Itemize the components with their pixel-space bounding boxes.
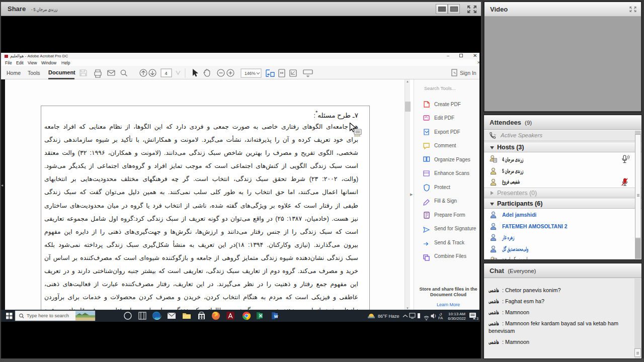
- svg-text:W: W: [274, 314, 278, 319]
- svg-text:86°F Haze: 86°F Haze: [378, 314, 399, 319]
- svg-text:146%: 146%: [245, 71, 256, 76]
- svg-text:6/30/2022: 6/30/2022: [448, 316, 466, 321]
- svg-text:Type here to search: Type here to search: [27, 313, 69, 318]
- svg-text:FA: FA: [438, 316, 443, 320]
- svg-text:✎: ✎: [453, 71, 456, 75]
- svg-text:ق: ق: [439, 312, 442, 316]
- svg-text:4: 4: [165, 71, 167, 76]
- svg-text:10:13 AM: 10:13 AM: [448, 312, 465, 316]
- svg-text:3: 3: [476, 317, 478, 320]
